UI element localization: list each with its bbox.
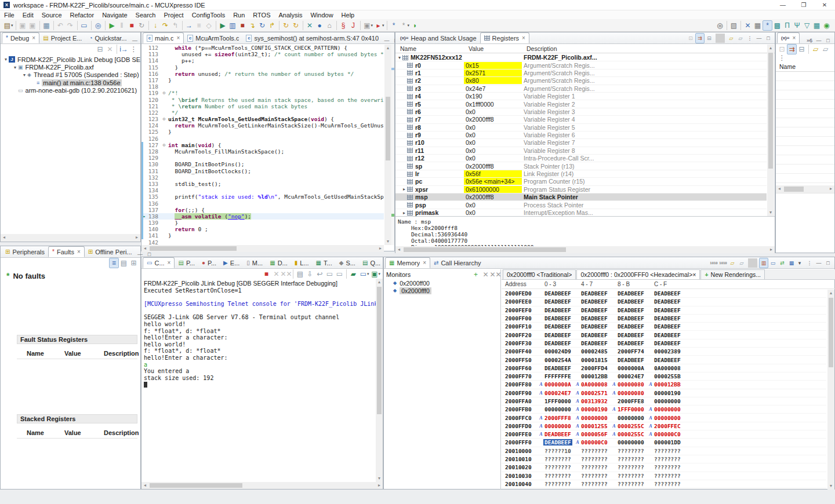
view-menu-button[interactable]: ⋮ (745, 33, 754, 43)
open-console-button[interactable]: ▭ (79, 20, 89, 31)
attach-button[interactable]: ↱ (267, 20, 277, 31)
faults-view-tab[interactable]: ⊞Offline Peri... (85, 246, 136, 257)
close-tab-icon[interactable]: × (32, 35, 35, 41)
minimize-view-icon[interactable]: — (754, 35, 764, 41)
register-row[interactable]: ▾MK22FN512xxx12FRDM-K22F_Picolib.axf... (395, 54, 767, 61)
register-row[interactable]: ▸xpsr0x61000000Program Status Register (395, 186, 767, 193)
minimize-view-icon[interactable]: — (382, 38, 391, 43)
menu-analysis[interactable]: Analysis (275, 10, 307, 19)
code-line[interactable]: 117} (141, 77, 384, 83)
variables-hscrollbar[interactable]: ◂▸ (776, 185, 834, 193)
menu-refactor[interactable]: Refactor (66, 10, 99, 19)
remove-launch-button[interactable]: ✕ (271, 269, 281, 279)
console-view-tab[interactable]: ▤Q... (359, 257, 384, 268)
console-view-tab[interactable]: ▮L... (291, 257, 313, 268)
memory-row[interactable]: 2000FF10DEADBEEFDEADBEEFDEADBEEFDEADBEEF (502, 323, 826, 331)
memory-row[interactable]: 2000FF80A0000000AA0A000008A00000080A0000… (502, 381, 826, 389)
console-view-tab[interactable]: ◆S... (336, 257, 359, 268)
switch-memory-button[interactable]: ⇄ (778, 258, 787, 268)
code-line[interactable]: 123⊖uint32_t McuArmTools_GetUsedMainStac… (141, 116, 384, 122)
step-over-button[interactable]: ↷ (161, 20, 170, 31)
previous-button[interactable]: ⊡ (686, 33, 695, 43)
memory-rendering-tab[interactable]: +New Renderings... (700, 269, 765, 279)
code-line[interactable]: 139 } (141, 220, 384, 226)
console-view-tab[interactable]: ▭C...× (143, 257, 175, 268)
code-line[interactable]: 119⊖/*! (141, 90, 384, 96)
register-row[interactable]: r120x0Intra-Procedure-Call Scr... (395, 155, 767, 162)
flash-columns-button[interactable]: ▥ (228, 20, 238, 31)
welcome-button[interactable]: ⌂ (325, 20, 335, 31)
console-view-tab[interactable]: ▶E... (220, 257, 243, 268)
editor-overview-ruler[interactable] (391, 45, 394, 245)
menu-rtos[interactable]: RTOS (249, 10, 274, 19)
register-row[interactable]: r40x190Variable Register 1 (395, 93, 767, 100)
code-line[interactable]: 135 printf("stack size used: %ld\n", Mcu… (141, 193, 384, 200)
build-binary-button[interactable]: ▦ (42, 20, 52, 31)
debug-hscrollbar[interactable]: ◂▸ (1, 234, 140, 242)
debug-button[interactable]: ▶ (218, 20, 228, 31)
collapse-all-button[interactable]: ⊟ (95, 44, 105, 54)
close-tab-icon[interactable]: × (692, 271, 696, 278)
editor-tab[interactable]: cMcuArmTools.c (184, 32, 242, 43)
close-tab-icon[interactable]: × (792, 35, 796, 41)
memory-row[interactable]: 2000FF40000024D9000024852000FF7400002389 (502, 348, 826, 356)
fold-collapse-icon[interactable]: ⊖ (160, 142, 168, 148)
resume-button[interactable]: ▶ (107, 20, 117, 31)
restart-button[interactable]: ↻ (137, 20, 147, 31)
menu-navigate[interactable]: Navigate (98, 10, 131, 19)
new-tab-button[interactable]: ▱ (728, 258, 737, 268)
info-button[interactable]: ● (315, 20, 325, 31)
memory-row[interactable]: 2000FFF0DEADBEEFA000000C000000000000001D… (502, 439, 826, 447)
code-line[interactable]: 142 (141, 239, 384, 245)
display-console-button-dropdown[interactable]: ▾ (367, 272, 369, 276)
debug-tree-item[interactable]: ▾▣FRDM-K22F_Picolib.axf (1, 63, 140, 71)
console-hscrollbar[interactable]: ◂▸ (141, 482, 383, 489)
code-line[interactable]: 112 while (*p==McuArmTools_CONFIG_STACK_… (141, 45, 384, 51)
memory-vscrollbar[interactable]: ▴▾ (827, 290, 834, 490)
view-menu-button[interactable]: ⋮ (129, 44, 139, 54)
console-vscrollbar[interactable]: ▴▾ (376, 279, 383, 482)
register-row[interactable]: r10x2571Argument/Scratch Regis... (395, 70, 767, 77)
menu-help[interactable]: Help (337, 10, 359, 19)
skip-breakpoints-button[interactable]: → (184, 20, 194, 31)
add-monitor-button[interactable]: + (471, 269, 481, 280)
registers-hscrollbar[interactable]: ◂▸ (395, 246, 775, 253)
perspective-develop-button[interactable]: ◉ (822, 20, 832, 31)
memory-row[interactable]: 2000FEE0DEADBEEFDEADBEEFDEADBEEFDEADBEEF (502, 298, 826, 306)
open-perspective-button[interactable]: ▧ (729, 20, 739, 31)
hex-render-button[interactable]: 1010 (709, 258, 718, 268)
debug-tree-item[interactable]: ▭arm-none-eabi-gdb (10.2.90.20210621) (1, 87, 140, 94)
registers-vscrollbar[interactable]: ▴▾ (767, 45, 774, 216)
erase-flash-button[interactable]: ■ (238, 20, 248, 31)
editor-tab[interactable]: cmain.c× (143, 32, 184, 43)
console-view-tab[interactable]: ▯M... (243, 257, 266, 268)
menu-edit[interactable]: Edit (19, 10, 38, 19)
memory-row[interactable]: 2000FF60DEADBEEF2000FFD40000000A0A000008 (502, 364, 826, 372)
redo-button[interactable]: ↷ (66, 20, 75, 31)
memory-row[interactable]: 2000FF30DEADBEEFDEADBEEFDEADBEEFDEADBEEF (502, 339, 826, 348)
code-line[interactable]: 129 (141, 155, 384, 161)
terminate-button[interactable]: ■ (262, 269, 271, 279)
memory-view-tab[interactable]: ▦Memory× (385, 257, 430, 268)
scroll-lock-button[interactable]: ⇩ (305, 269, 315, 279)
editor-code-area[interactable]: 112 while (*p==McuArmTools_CONFIG_STACK_… (141, 45, 384, 245)
memory-row[interactable]: 20010050???????????????????????????????? (502, 488, 826, 490)
code-line[interactable]: 122 */ (141, 109, 384, 116)
save-all-button[interactable]: ▣ (28, 20, 38, 31)
view-menu-button[interactable]: ⋮ (777, 53, 787, 63)
code-line[interactable]: 134 (141, 187, 384, 193)
clear-console-button[interactable]: ▤ (295, 269, 305, 279)
console-view-tab[interactable]: ▤P... (175, 257, 198, 268)
memory-row[interactable]: 20010030???????????????????????????????? (502, 472, 826, 480)
show-stderr-button[interactable]: ▭ (335, 269, 344, 279)
settings-button[interactable]: ≡ (109, 258, 119, 268)
close-tab-icon[interactable]: × (522, 35, 525, 41)
menu-run[interactable]: Run (229, 10, 249, 19)
hex-render2-button[interactable]: 1010 (718, 258, 728, 268)
memory-row[interactable]: 2000FF20DEADBEEFDEADBEEFDEADBEEFDEADBEEF (502, 331, 826, 339)
ide-button[interactable]: ◗ (410, 20, 420, 31)
debug-view-tab[interactable]: *Debug× (2, 32, 39, 43)
terminate-button[interactable]: ■ (127, 20, 137, 31)
memory-row[interactable]: 2000FFA01FFF0000A003139322000FFE80000000… (502, 397, 826, 406)
menu-search[interactable]: Search (132, 10, 160, 19)
